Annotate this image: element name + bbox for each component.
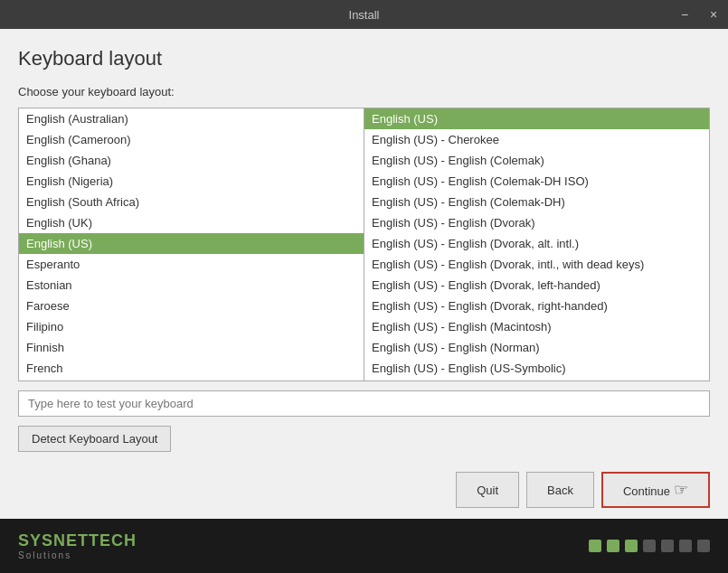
right-list-item[interactable]: English (US) - Cherokee	[364, 129, 709, 150]
quit-button[interactable]: Quit	[456, 472, 519, 508]
left-list-item[interactable]: English (Cameroon)	[19, 129, 364, 150]
progress-dot-4	[643, 540, 656, 552]
left-list-item[interactable]: English (Nigeria)	[19, 171, 364, 192]
logo-brand-text: SYSNETTECH	[18, 531, 137, 550]
progress-dot-3	[625, 540, 638, 552]
cursor-icon: ☞	[674, 480, 688, 500]
right-list-item[interactable]: English (US) - English (Colemak-DH)	[364, 192, 709, 212]
minimize-button[interactable]: −	[670, 0, 699, 29]
layout-lists: English (Australian)English (Cameroon)En…	[18, 108, 710, 381]
left-list-panel[interactable]: English (Australian)English (Cameroon)En…	[18, 108, 364, 381]
logo-sub: Solutions	[18, 550, 137, 560]
left-list-item[interactable]: Estonian	[19, 275, 364, 296]
right-list-panel[interactable]: English (US)English (US) - CherokeeEngli…	[364, 108, 710, 381]
test-input-row	[18, 390, 710, 417]
main-area: Keyboard layout Choose your keyboard lay…	[0, 29, 728, 519]
close-button[interactable]: ×	[699, 0, 728, 29]
window-title: Install	[349, 8, 380, 22]
left-list-item[interactable]: English (UK)	[19, 212, 364, 233]
continue-button[interactable]: Continue☞	[601, 472, 710, 508]
footer: SYSNETTECH Solutions	[0, 519, 728, 573]
left-list-item[interactable]: Esperanto	[19, 254, 364, 275]
progress-dot-2	[607, 540, 619, 552]
left-list-item[interactable]: English (US)	[19, 233, 364, 254]
right-list-item[interactable]: English (US) - English (Dvorak, intl., w…	[364, 254, 709, 275]
right-list-item[interactable]: English (US) - English (Dvorak, left-han…	[364, 275, 709, 296]
left-list-item[interactable]: French	[19, 358, 364, 379]
right-list-item[interactable]: English (US) - English (Dvorak, right-ha…	[364, 296, 709, 316]
page-title: Keyboard layout	[18, 47, 710, 70]
progress-dot-1	[589, 540, 601, 552]
detect-button-row: Detect Keyboard Layout	[18, 426, 710, 452]
navigation-buttons: Quit Back Continue☞	[18, 461, 710, 519]
right-list-item[interactable]: English (US) - English (Colemak-DH ISO)	[364, 171, 709, 192]
right-list-item[interactable]: English (US) - English (Dvorak, alt. int…	[364, 233, 709, 254]
right-list-item[interactable]: English (US) - English (Norman)	[364, 337, 709, 358]
keyboard-test-input[interactable]	[18, 390, 710, 417]
left-list-item[interactable]: Finnish	[19, 337, 364, 358]
progress-dot-5	[661, 540, 674, 552]
back-button[interactable]: Back	[526, 472, 594, 508]
left-list-item[interactable]: English (Ghana)	[19, 150, 364, 171]
left-list-item[interactable]: English (South Africa)	[19, 192, 364, 212]
window-controls: − ×	[670, 0, 728, 29]
left-list-item[interactable]: Faroese	[19, 296, 364, 316]
right-list-item[interactable]: English (US) - English (Macintosh)	[364, 316, 709, 337]
progress-dots	[589, 540, 710, 552]
right-list-item[interactable]: English (US)	[364, 108, 709, 129]
subtitle: Choose your keyboard layout:	[18, 85, 710, 99]
logo-area: SYSNETTECH Solutions	[18, 531, 137, 560]
right-list-item[interactable]: English (US) - English (Dvorak)	[364, 212, 709, 233]
detect-keyboard-button[interactable]: Detect Keyboard Layout	[18, 426, 171, 452]
left-list-item[interactable]: English (Australian)	[19, 108, 364, 129]
logo-brand: SYSNETTECH	[18, 531, 137, 550]
progress-dot-6	[679, 540, 692, 552]
progress-dot-7	[697, 540, 710, 552]
right-list-item[interactable]: English (US) - English (Colemak)	[364, 150, 709, 171]
left-list-item[interactable]: Filipino	[19, 316, 364, 337]
title-bar: Install − ×	[0, 0, 728, 29]
right-list-item[interactable]: English (US) - English (US-Symbolic)	[364, 358, 709, 379]
